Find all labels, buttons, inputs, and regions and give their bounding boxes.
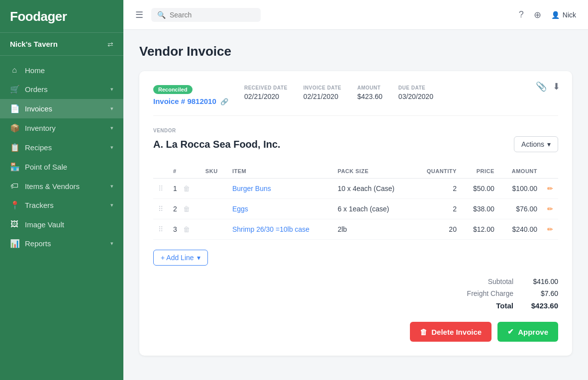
items-tbody: ⠿ 1 🗑 Burger Buns 10 x 4each (Case) 2 $5… [153, 179, 558, 240]
home-nav-icon: ⌂ [10, 66, 19, 75]
sidebar-item-label-reports: Reports [25, 239, 51, 248]
delete-row-icon[interactable]: 🗑 [183, 185, 190, 192]
chevron-icon: ▾ [110, 240, 113, 247]
item-link[interactable]: Burger Buns [232, 185, 271, 192]
row-number: 3 [173, 225, 177, 233]
vendor-section: VENDOR A. La Rocca Sea Food, Inc. Action… [153, 128, 558, 152]
sidebar-nav: ⌂ Home 🛒 Orders ▾ 📄 Invoices ▾ 📦 Invento… [0, 56, 123, 380]
cell-amount: $100.00 [499, 179, 542, 199]
item-link[interactable]: Shrimp 26/30 =10lb case [232, 225, 309, 233]
subtotal-value: $416.00 [523, 278, 558, 285]
freight-value: $7.60 [523, 289, 558, 297]
col-drag [153, 164, 168, 179]
reports-nav-icon: 📊 [10, 239, 19, 248]
approve-button[interactable]: ✔ Approve [497, 322, 558, 342]
due-date-group: DUE DATE 03/20/2020 [398, 85, 433, 100]
sidebar-item-image-vault[interactable]: 🖼 Image Vault [0, 215, 123, 234]
trackers-nav-icon: 📍 [10, 200, 19, 210]
cell-pack-size: 10 x 4each (Case) [333, 179, 413, 199]
edit-row-icon[interactable]: ✏ [547, 225, 553, 233]
sidebar-item-label-pos: Point of Sale [25, 163, 67, 171]
edit-row-icon[interactable]: ✏ [547, 205, 553, 213]
sidebar-item-label-items-vendors: Items & Vendors [25, 182, 80, 190]
sidebar-item-orders[interactable]: 🛒 Orders ▾ [0, 80, 123, 99]
sidebar-item-items-vendors[interactable]: 🏷 Items & Vendors ▾ [0, 177, 123, 195]
cell-item: Burger Buns [227, 179, 333, 199]
received-date-value: 02/21/2020 [244, 93, 288, 100]
add-line-button[interactable]: + Add Line ▾ [153, 250, 208, 266]
cell-price: $50.00 [462, 179, 499, 199]
total-value: $423.60 [523, 301, 558, 310]
sidebar-item-label-home: Home [25, 66, 45, 75]
delete-row-icon[interactable]: 🗑 [183, 225, 190, 233]
cell-price: $38.00 [462, 199, 499, 219]
delete-invoice-button[interactable]: 🗑 Delete Invoice [410, 322, 491, 342]
app-logo: Foodager [10, 9, 67, 24]
menu-icon[interactable]: ☰ [135, 9, 143, 20]
image-vault-nav-icon: 🖼 [10, 220, 19, 229]
help-icon[interactable]: ? [519, 9, 524, 20]
subtotal-label: Subtotal [454, 278, 513, 285]
invoice-status-block: Reconciled Invoice # 9812010 🔗 [153, 85, 228, 105]
freight-row: Freight Charge $7.60 [449, 289, 558, 297]
invoice-number-value[interactable]: 9812010 [187, 97, 216, 105]
search-input[interactable] [170, 11, 244, 19]
drag-handle-icon[interactable]: ⠿ [158, 185, 163, 192]
sidebar-item-trackers[interactable]: 📍 Trackers ▾ [0, 195, 123, 215]
search-icon: 🔍 [157, 11, 166, 19]
add-icon[interactable]: ⊕ [534, 9, 541, 20]
chevron-icon: ▾ [110, 125, 113, 131]
topbar: ☰ 🔍 ? ⊕ 👤 Nick [123, 0, 588, 30]
download-icon[interactable]: ⬇ [553, 81, 560, 92]
cell-quantity: 2 [413, 179, 462, 199]
invoice-date-group: INVOICE DATE 02/21/2020 [303, 85, 341, 100]
sidebar-item-reports[interactable]: 📊 Reports ▾ [0, 234, 123, 253]
invoice-date-label: INVOICE DATE [303, 85, 341, 91]
add-line-label: + Add Line [161, 254, 194, 262]
sidebar-item-home[interactable]: ⌂ Home [0, 61, 123, 80]
subtotal-row: Subtotal $416.00 [449, 278, 558, 285]
drag-handle-icon[interactable]: ⠿ [158, 225, 163, 233]
attachment-icon[interactable]: 📎 [536, 81, 547, 92]
cell-sku [200, 219, 227, 240]
sidebar-item-inventory[interactable]: 📦 Inventory ▾ [0, 118, 123, 138]
page-title: Vendor Invoice [139, 44, 572, 59]
sidebar-item-invoices[interactable]: 📄 Invoices ▾ [0, 99, 123, 118]
switch-org-icon[interactable]: ⇄ [107, 40, 113, 48]
col-pack-size: PACK SIZE [333, 164, 413, 179]
actions-button[interactable]: Actions ▾ [514, 136, 558, 152]
total-row: Total $423.60 [449, 301, 558, 310]
invoice-number: Invoice # 9812010 🔗 [153, 97, 228, 105]
search-container[interactable]: 🔍 [151, 8, 261, 22]
sidebar-org[interactable]: Nick's Tavern ⇄ [0, 33, 123, 56]
sidebar-item-pos[interactable]: 🏪 Point of Sale [0, 157, 123, 177]
delete-row-icon[interactable]: 🗑 [183, 205, 190, 213]
vendor-row: A. La Rocca Sea Food, Inc. Actions ▾ [153, 136, 558, 152]
vendor-label: VENDOR [153, 128, 558, 133]
received-date-group: RECEIVED DATE 02/21/2020 [244, 85, 288, 100]
cell-sku [200, 199, 227, 219]
cell-quantity: 2 [413, 199, 462, 219]
row-number: 2 [173, 205, 177, 213]
user-info[interactable]: 👤 Nick [551, 11, 576, 19]
edit-row-icon[interactable]: ✏ [547, 185, 553, 192]
cell-sku [200, 179, 227, 199]
table-row: ⠿ 2 🗑 Eggs 6 x 1each (case) 2 $38.00 $76… [153, 199, 558, 219]
cell-price: $12.00 [462, 219, 499, 240]
chevron-icon: ▾ [110, 183, 113, 190]
vendor-name: A. La Rocca Sea Food, Inc. [153, 139, 281, 150]
drag-handle-icon[interactable]: ⠿ [158, 205, 163, 213]
due-date-value: 03/20/2020 [398, 93, 433, 100]
item-link[interactable]: Eggs [232, 205, 248, 213]
content-area: Vendor Invoice 📎 ⬇ Reconciled Invoice # … [123, 30, 588, 380]
invoice-number-label: Invoice # [153, 97, 185, 105]
cell-item: Eggs [227, 199, 333, 219]
org-name: Nick's Tavern [10, 40, 58, 48]
col-price: PRICE [462, 164, 499, 179]
sidebar-item-recipes[interactable]: 📋 Recipes ▾ [0, 138, 123, 157]
sidebar-item-label-recipes: Recipes [25, 143, 52, 152]
add-line-chevron-icon: ▾ [197, 254, 200, 262]
sidebar-item-label-image-vault: Image Vault [25, 220, 64, 229]
delete-label: Delete Invoice [431, 328, 482, 336]
table-row: ⠿ 1 🗑 Burger Buns 10 x 4each (Case) 2 $5… [153, 179, 558, 199]
